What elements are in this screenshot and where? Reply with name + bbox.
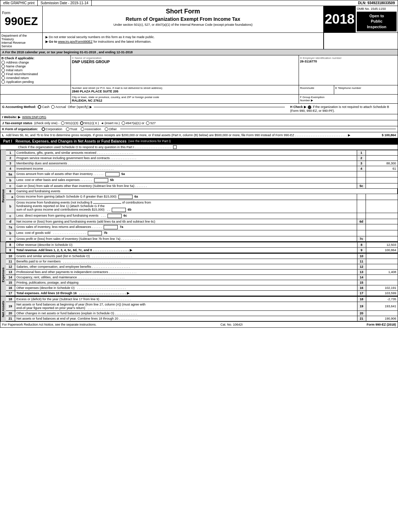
initial-return-item: Initial return <box>1 68 69 72</box>
net-assets-label: Net Assets <box>0 296 6 321</box>
tax-status-row: J Tax-exempt status (check only one) - 5… <box>0 120 398 126</box>
accounting-row: G Accounting Method: Cash Accrual Other … <box>0 104 398 114</box>
cash-radio[interactable] <box>38 105 41 109</box>
table-row: 12 Salaries, other compensation, and emp… <box>6 264 398 270</box>
table-row: 9 Total revenue. Add lines 1, 2, 3, 4, 5… <box>6 248 398 253</box>
form-label: Form <box>2 11 41 15</box>
instruction1: ▶ Do not enter social security numbers o… <box>45 35 320 39</box>
corporation-option[interactable]: Corporation <box>42 127 62 131</box>
expenses-section: Expenses 10 Grants and similar amounts p… <box>0 253 398 296</box>
table-row: 5a Gross amount from sale of assets othe… <box>6 171 398 177</box>
table-row: 14 Occupancy, rent, utilities, and maint… <box>6 275 398 280</box>
amended-return-radio[interactable] <box>1 76 5 80</box>
527-option[interactable]: 527 <box>146 121 155 125</box>
city-col: City or town, state or province, country… <box>71 95 299 103</box>
table-row: a Gross income from gaming (attach Sched… <box>6 194 398 200</box>
table-row: b Gross income from fundraising events (… <box>6 200 398 213</box>
table-row: 8 Other revenue (describe in Schedule O)… <box>6 242 398 248</box>
revenue-label: Revenue <box>0 150 6 242</box>
line-l-row: L Add lines 5b, 6c, and 7b to line 9 to … <box>0 132 398 138</box>
footer-row: For Paperwork Reduction Act Notice, see … <box>0 322 398 328</box>
short-form-title: Short Form <box>44 8 322 15</box>
initial-return-radio[interactable] <box>1 68 5 72</box>
submission-date: Submission Date - 2019-11-14 <box>38 0 92 6</box>
amended-return-item: Amended return <box>1 76 69 80</box>
check-b-col: B Check if applicable: Address change Na… <box>0 55 71 85</box>
part-i-header: Part I Revenue, Expenses, and Changes in… <box>0 138 398 145</box>
table-row: 21 Net assets or fund balances at end of… <box>6 316 398 321</box>
table-row: b Less: cost or other basis and sales ex… <box>6 177 398 183</box>
name-change-item: Name change <box>1 65 69 68</box>
h-check-radio[interactable] <box>308 105 311 109</box>
table-row: 3 Membership dues and assessments . . . … <box>6 161 398 166</box>
application-pending-radio[interactable] <box>1 80 5 84</box>
form-org-row: K Form of organization: Corporation Trus… <box>0 126 398 132</box>
table-row: 1 Contributions, gifts, grants, and simi… <box>6 150 398 156</box>
table-row: 15 Printing, publications, postage, and … <box>6 280 398 285</box>
form-number: 990EZ <box>2 15 41 28</box>
city-left-spacer <box>0 95 71 103</box>
table-row: c Gain or (loss) from sale of assets oth… <box>6 183 398 189</box>
final-return-item: Final return/terminated <box>1 72 69 76</box>
table-row: d Net income or (loss) from gaming and f… <box>6 219 398 224</box>
form-title-cell: Short Form Return of Organization Exempt… <box>43 6 324 32</box>
trust-option[interactable]: Trust <box>66 127 77 131</box>
address-change-item: Address change <box>1 61 69 64</box>
table-row: 17 Total expenses. Add lines 10 through … <box>6 291 398 296</box>
instructions-cell: ▶ Do not enter social security numbers o… <box>43 33 324 49</box>
ein-col: D Employer identification number 26-3116… <box>299 55 398 85</box>
501c3-option[interactable]: 501(c)(3) <box>61 121 78 125</box>
efile-text: efile GRAPHIC print <box>3 1 35 5</box>
street-address-col: Number and street (or P.O. box, if mail … <box>71 85 299 94</box>
year-display: 2018 <box>324 6 355 32</box>
omb-cell: OMB No. 1545-1150 Open toPublicInspectio… <box>355 6 398 32</box>
association-option[interactable]: Association <box>81 127 101 131</box>
website-row: I Website: ▶ WWW.DNP.ORG <box>0 114 398 120</box>
table-row: 19 Net assets or fund balances at beginn… <box>6 302 398 311</box>
main-data-table: Revenue 1 Contributions, gifts, grants, … <box>0 150 398 242</box>
table-row: 6 Gaming and fundraising events <box>6 189 398 194</box>
room-suite-col: Room/suite <box>299 85 334 94</box>
table-row: c Gross profit or (loss) from sales of i… <box>6 236 398 242</box>
telephone-col: E Telephone number <box>334 85 398 94</box>
501c6-option[interactable]: 501(c)( 6 ) <box>80 121 99 125</box>
net-assets-section: Net Assets 18 Excess or (deficit) for th… <box>0 296 398 322</box>
dln-number: DLN: 93492318033509 <box>355 0 398 6</box>
table-row: 7a Gross sales of inventory, less return… <box>6 224 398 230</box>
table-row: c Less: direct expenses from gaming and … <box>6 213 398 219</box>
schedule-check-row: Check if the organization used Schedule … <box>0 145 398 150</box>
table-row: 20 Other changes in net assets or fund b… <box>6 311 398 316</box>
open-inspection-badge: Open toPublicInspection <box>357 12 397 31</box>
table-row: 18 Excess or (deficit) for the year (Sub… <box>6 297 398 302</box>
table-row: 2 Program service revenue including gove… <box>6 156 398 161</box>
section-a-bar: A For the 2018 calendar year, or tax yea… <box>0 49 398 55</box>
dept-info: Department of the Treasury Internal Reve… <box>0 33 43 49</box>
form-number-cell: Form 990EZ <box>0 6 43 32</box>
table-row: 13 Professional fees and other payments … <box>6 270 398 275</box>
schedule-check-box[interactable] <box>173 145 177 149</box>
table-row: 16 Other expenses (describe in Schedule … <box>6 285 398 291</box>
return-title: Return of Organization Exempt From Incom… <box>44 16 322 22</box>
org-name-col: C Name of organization DNP USERS GROUP <box>71 55 299 85</box>
table-row: 4 Investment income . . . . . . . . . . … <box>6 166 398 171</box>
instruction2: ▶ Go to www.irs.gov/Form990EZ for instru… <box>45 40 320 43</box>
addr-left-spacer <box>0 85 71 94</box>
expenses-label: Expenses <box>0 253 6 296</box>
other-option[interactable]: Other <box>105 127 117 131</box>
table-row: 10 Grants and similar amounts paid (list… <box>6 254 398 259</box>
final-return-radio[interactable] <box>1 72 5 76</box>
address-change-radio[interactable] <box>1 61 5 64</box>
accrual-radio[interactable] <box>51 105 55 109</box>
501c6-radio-filled <box>80 121 84 125</box>
group-exemption-col: F Group Exemption Number ▶ <box>299 95 398 103</box>
table-row: b Less: cost of goods sold . . . . . . .… <box>6 230 398 236</box>
4947-option[interactable]: 4947(a)(1) or <box>122 121 145 125</box>
application-pending-item: Application pending <box>1 80 69 84</box>
subtitle: Under section 501(c), 527, or 4947(a)(1)… <box>44 23 322 26</box>
row8-9-section: 8 Other revenue (describe in Schedule O)… <box>0 242 398 253</box>
name-change-radio[interactable] <box>1 65 5 68</box>
efile-label: efile GRAPHIC print <box>0 0 38 6</box>
table-row: 11 Benefits paid to or for members . . .… <box>6 259 398 264</box>
